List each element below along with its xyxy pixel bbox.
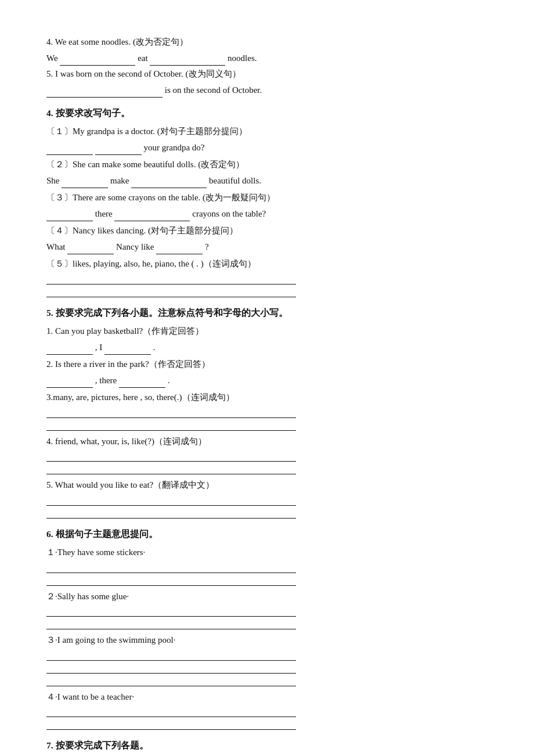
s4-1-sentence: your grandpa do? bbox=[46, 141, 488, 156]
s4-2-she: She bbox=[46, 176, 60, 185]
s4-3-blank1[interactable] bbox=[46, 211, 93, 221]
s5-item3: 3.many, are, pictures, here , so, there(… bbox=[46, 390, 488, 431]
s5-2-dot: . bbox=[168, 376, 170, 385]
page-content: 4. We eat some noodles. (改为否定句） We eat n… bbox=[46, 35, 488, 753]
q5-sentence: is on the second of October. bbox=[46, 83, 488, 98]
s6-4-intro: ４·I want to be a teacher· bbox=[46, 690, 488, 705]
s4-5-intro: 〔５〕likes, playing, also, he, piano, the … bbox=[46, 257, 488, 272]
s6-4-answer-line2[interactable] bbox=[46, 719, 296, 730]
section4: 4. 按要求改写句子。 〔１〕My grandpa is a doctor. (… bbox=[46, 106, 488, 297]
s4-2-rest: beautiful dolls. bbox=[209, 176, 261, 185]
section6-title: 6. 根据句子主题意思提问。 bbox=[46, 527, 488, 542]
q5-intro: 5. I was born on the second of October. … bbox=[46, 67, 488, 82]
s4-item2: 〔２〕She can make some beautiful dolls. (改… bbox=[46, 157, 488, 188]
q4-we: We bbox=[46, 53, 58, 63]
s4-item5: 〔５〕likes, playing, also, he, piano, the … bbox=[46, 257, 488, 297]
s6-item4: ４·I want to be a teacher· bbox=[46, 690, 488, 730]
q4-eat: eat bbox=[138, 53, 150, 63]
s6-3-intro: ３·I am going to the swimming pool· bbox=[46, 633, 488, 648]
s4-3-intro: 〔３〕There are some crayons on the table. … bbox=[46, 190, 488, 206]
s4-2-blank1[interactable] bbox=[62, 178, 108, 188]
s6-item2: ２·Sally has some glue· bbox=[46, 589, 488, 630]
s5-1-blank1[interactable] bbox=[46, 344, 93, 355]
s6-2-intro: ２·Sally has some glue· bbox=[46, 589, 488, 604]
q5-blank1[interactable] bbox=[46, 87, 163, 98]
s6-item1: １·They have some stickers· bbox=[46, 545, 488, 586]
s6-3-answer-line1[interactable] bbox=[46, 650, 296, 661]
s4-4-what: What bbox=[46, 242, 65, 251]
section5: 5. 按要求完成下列各小题。注意标点符号和字母的大小写。 1. Can you … bbox=[46, 305, 488, 519]
s5-item1: 1. Can you play basketball?（作肯定回答） , I . bbox=[46, 324, 488, 355]
s4-3-rest: crayons on the table? bbox=[192, 209, 266, 218]
section5-title: 5. 按要求完成下列各小题。注意标点符号和字母的大小写。 bbox=[46, 305, 488, 321]
s5-4-intro: 4. friend, what, your, is, like(?)（连词成句） bbox=[46, 434, 488, 449]
s6-3-answer-line3[interactable] bbox=[46, 676, 296, 686]
s4-2-make: make bbox=[110, 176, 131, 185]
s4-4-q: ? bbox=[205, 242, 209, 251]
s4-1-blank2[interactable] bbox=[95, 145, 142, 155]
s5-2-blank2[interactable] bbox=[119, 377, 165, 388]
s6-item3: ３·I am going to the swimming pool· bbox=[46, 633, 488, 686]
s4-4-intro: 〔４〕Nancy likes dancing. (对句子主题部分提问） bbox=[46, 224, 488, 239]
s6-4-answer-line1[interactable] bbox=[46, 707, 296, 717]
s5-3-answer-line1[interactable] bbox=[46, 408, 296, 418]
s5-item4: 4. friend, what, your, is, like(?)（连词成句） bbox=[46, 434, 488, 475]
s4-1-rest: your grandpa do? bbox=[144, 143, 205, 152]
q4-sentence: We eat noodles. bbox=[46, 51, 488, 66]
q4-intro: 4. We eat some noodles. (改为否定句） bbox=[46, 35, 488, 50]
s5-4-answer-line1[interactable] bbox=[46, 451, 296, 462]
s4-2-blank2[interactable] bbox=[131, 178, 207, 188]
s5-3-intro: 3.many, are, pictures, here , so, there(… bbox=[46, 390, 488, 405]
s4-4-blank2[interactable] bbox=[156, 244, 203, 254]
s5-2-intro: 2. Is there a river in the park?（作否定回答） bbox=[46, 357, 488, 372]
s6-1-answer-line1[interactable] bbox=[46, 563, 296, 573]
s5-2-blank1[interactable] bbox=[46, 377, 93, 388]
s5-5-answer-line2[interactable] bbox=[46, 508, 296, 519]
s4-item1: 〔１〕My grandpa is a doctor. (对句子主题部分提问） y… bbox=[46, 124, 488, 155]
s5-1-intro: 1. Can you play basketball?（作肯定回答） bbox=[46, 324, 488, 339]
section7: 7. 按要求完成下列各题。 bbox=[46, 738, 488, 753]
section6: 6. 根据句子主题意思提问。 １·They have some stickers… bbox=[46, 527, 488, 730]
s6-2-answer-line2[interactable] bbox=[46, 619, 296, 629]
s4-3-sentence: there crayons on the table? bbox=[46, 207, 488, 222]
s6-1-intro: １·They have some stickers· bbox=[46, 545, 488, 560]
s6-1-answer-line2[interactable] bbox=[46, 575, 296, 586]
s5-2-there: , there bbox=[95, 376, 117, 385]
q5-rest: is on the second of October. bbox=[165, 85, 262, 95]
s6-3-answer-line2[interactable] bbox=[46, 663, 296, 674]
s4-1-blank1[interactable] bbox=[46, 145, 93, 155]
q4-blank2[interactable] bbox=[150, 55, 225, 66]
s4-2-intro: 〔２〕She can make some beautiful dolls. (改… bbox=[46, 157, 488, 172]
s4-3-there: there bbox=[95, 209, 113, 218]
s5-item5: 5. What would you like to eat?（翻译成中文） bbox=[46, 478, 488, 519]
s5-3-answer-line2[interactable] bbox=[46, 420, 296, 431]
s6-2-answer-line1[interactable] bbox=[46, 606, 296, 617]
section4-title: 4. 按要求改写句子。 bbox=[46, 106, 488, 121]
question-4-neg: 4. We eat some noodles. (改为否定句） We eat n… bbox=[46, 35, 488, 98]
s5-5-intro: 5. What would you like to eat?（翻译成中文） bbox=[46, 478, 488, 493]
s5-5-answer-line1[interactable] bbox=[46, 495, 296, 506]
s4-item4: 〔４〕Nancy likes dancing. (对句子主题部分提问） What… bbox=[46, 224, 488, 254]
q4-blank1[interactable] bbox=[60, 55, 135, 66]
s5-item2: 2. Is there a river in the park?（作否定回答） … bbox=[46, 357, 488, 388]
s5-1-i: , I bbox=[95, 343, 103, 352]
s5-1-sentence: , I . bbox=[46, 340, 488, 355]
q4-noodles: noodles. bbox=[228, 53, 257, 63]
s5-1-dot: . bbox=[153, 343, 156, 352]
s4-3-blank2[interactable] bbox=[114, 211, 190, 221]
s4-4-sentence: What Nancy like ? bbox=[46, 240, 488, 255]
s5-1-blank2[interactable] bbox=[104, 344, 151, 355]
s4-5-answer-line1[interactable] bbox=[46, 274, 296, 285]
s4-item3: 〔３〕There are some crayons on the table. … bbox=[46, 190, 488, 221]
s4-4-nancy: Nancy like bbox=[116, 242, 156, 251]
s5-4-answer-line2[interactable] bbox=[46, 464, 296, 474]
s4-5-answer-line2[interactable] bbox=[46, 287, 296, 297]
s4-1-intro: 〔１〕My grandpa is a doctor. (对句子主题部分提问） bbox=[46, 124, 488, 139]
s4-4-blank1[interactable] bbox=[67, 244, 114, 254]
s5-2-sentence: , there . bbox=[46, 373, 488, 388]
s4-2-sentence: She make beautiful dolls. bbox=[46, 174, 488, 189]
section7-title: 7. 按要求完成下列各题。 bbox=[46, 738, 488, 753]
